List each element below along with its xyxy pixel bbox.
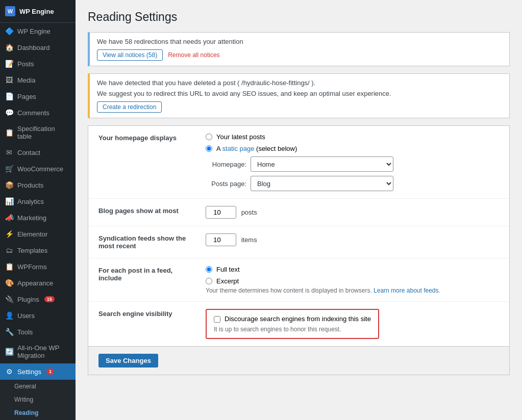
products-icon: 📦 (5, 181, 13, 189)
search-engine-checkbox[interactable] (214, 316, 220, 323)
sidebar-item-settings[interactable]: ⚙Settings1 (0, 363, 76, 380)
sidebar-item-wp-engine[interactable]: 🔷WP Engine (0, 23, 76, 39)
sidebar-item-label-settings: Settings (17, 368, 41, 376)
settings-form: Your homepage displays Your latest posts (88, 125, 510, 375)
sidebar-item-label-marketing: Marketing (17, 214, 46, 222)
blog-pages-input[interactable] (206, 206, 236, 219)
syndication-feeds-cell: items (201, 226, 509, 258)
search-engine-highlight: Discourage search engines from indexing … (206, 309, 379, 339)
sidebar-item-users[interactable]: 👤Users (0, 307, 76, 324)
form-actions: Save Changes (88, 346, 509, 375)
submenu-label-writing: Writing (14, 396, 33, 403)
syndication-feeds-label: Syndication feeds show the most recent (88, 226, 201, 258)
badge-plugins: 15 (44, 296, 55, 302)
sidebar-submenu-item-writing[interactable]: Writing (0, 393, 76, 406)
full-text-label[interactable]: Full text (216, 266, 240, 273)
appearance-icon: 🎨 (5, 279, 13, 287)
sidebar-item-all-in-one[interactable]: 🔄All-in-One WP Migration (0, 340, 76, 363)
search-engine-hint: It is up to search engines to honor this… (214, 326, 371, 333)
sidebar-nav: 🔷WP Engine🏠Dashboard📝Posts🖼Media📄Pages💬C… (0, 23, 76, 420)
search-engine-row: Search engine visibility Discourage sear… (88, 302, 509, 347)
specification-table-icon: 📋 (5, 128, 13, 137)
wpforms-icon: 📋 (5, 262, 13, 271)
search-engine-checkbox-row: Discourage search engines from indexing … (214, 315, 371, 323)
notice-redirections-actions: View all notices (58) Remove all notices (97, 49, 502, 61)
sidebar-item-comments[interactable]: 💬Comments (0, 104, 76, 121)
feed-include-hint: Your theme determines how content is dis… (206, 287, 504, 294)
full-text-radio[interactable] (206, 266, 212, 273)
save-changes-button[interactable]: Save Changes (98, 354, 158, 368)
static-page-label[interactable]: A static page (select below) (216, 145, 297, 152)
sidebar: W WP Engine 🔷WP Engine🏠Dashboard📝Posts🖼M… (0, 0, 76, 420)
form-table: Your homepage displays Your latest posts (88, 126, 509, 346)
sidebar-item-wpforms[interactable]: 📋WPForms (0, 258, 76, 275)
comments-icon: 💬 (5, 109, 13, 117)
notice-redirections: We have 58 redirections that needs your … (88, 32, 510, 66)
woocommerce-icon: 🛒 (5, 165, 13, 173)
latest-posts-option: Your latest posts (206, 133, 504, 141)
create-redirection-button[interactable]: Create a redirection (97, 101, 162, 113)
search-engine-label: Search engine visibility (88, 302, 201, 347)
wp-engine-icon: W (5, 6, 15, 16)
marketing-icon: 📣 (5, 214, 13, 222)
sidebar-item-dashboard[interactable]: 🏠Dashboard (0, 39, 76, 56)
sidebar-item-appearance[interactable]: 🎨Appearance (0, 275, 76, 291)
posts-icon: 📝 (5, 60, 13, 68)
excerpt-option: Excerpt (206, 277, 504, 285)
sidebar-item-pages[interactable]: 📄Pages (0, 88, 76, 104)
remove-notices-link[interactable]: Remove all notices (168, 51, 219, 59)
sidebar-item-analytics[interactable]: 📊Analytics (0, 193, 76, 209)
latest-posts-label[interactable]: Your latest posts (216, 133, 265, 141)
notice-deleted-post-actions: Create a redirection (97, 101, 502, 113)
sidebar-item-woocommerce[interactable]: 🛒WooCommerce (0, 161, 76, 177)
feed-include-cell: Full text Excerpt Your theme determines … (201, 258, 509, 302)
sidebar-item-products[interactable]: 📦Products (0, 177, 76, 193)
sidebar-item-specification-table[interactable]: 📋Specification table (0, 121, 76, 144)
sidebar-item-label-posts: Posts (17, 60, 34, 68)
sidebar-item-media[interactable]: 🖼Media (0, 72, 76, 88)
sidebar-item-label-tools: Tools (17, 328, 33, 336)
sidebar-submenu-item-reading[interactable]: Reading (0, 406, 76, 419)
sidebar-item-label-appearance: Appearance (17, 279, 53, 287)
submenu-label-general: General (14, 383, 36, 390)
homepage-select-label: Homepage: (206, 161, 246, 168)
templates-icon: 🗂 (5, 246, 13, 254)
static-page-radio[interactable] (206, 145, 212, 152)
homepage-displays-cell: Your latest posts A static page (select … (201, 126, 509, 199)
posts-page-select[interactable]: Blog Home About Contact (251, 176, 393, 191)
settings-icon: ⚙ (5, 368, 13, 376)
homepage-displays-options: Your latest posts A static page (select … (206, 133, 504, 152)
sidebar-item-label-users: Users (17, 312, 35, 320)
learn-more-feeds-link[interactable]: Learn more about feeds. (374, 287, 440, 294)
notice-deleted-post-line2: We suggest you to redirect this URL to a… (97, 90, 502, 97)
search-engine-checkbox-label[interactable]: Discourage search engines from indexing … (225, 315, 371, 323)
sidebar-item-tools[interactable]: 🔧Tools (0, 324, 76, 340)
sidebar-item-templates[interactable]: 🗂Templates (0, 242, 76, 258)
wp-engine-icon: 🔷 (5, 27, 13, 35)
settings-submenu: GeneralWritingReadingDiscussion (0, 380, 76, 420)
sidebar-item-contact[interactable]: ✉Contact (0, 144, 76, 161)
sidebar-item-marketing[interactable]: 📣Marketing (0, 209, 76, 226)
posts-page-select-row: Posts page: Blog Home About Contact (206, 176, 504, 191)
excerpt-label[interactable]: Excerpt (216, 277, 239, 285)
posts-page-select-label: Posts page: (206, 180, 246, 188)
sidebar-item-plugins[interactable]: 🔌Plugins15 (0, 291, 76, 307)
sidebar-item-label-analytics: Analytics (17, 198, 44, 205)
sidebar-item-posts[interactable]: 📝Posts (0, 56, 76, 72)
tools-icon: 🔧 (5, 328, 13, 336)
sidebar-submenu-item-general[interactable]: General (0, 380, 76, 393)
blog-pages-suffix: posts (241, 208, 257, 216)
search-engine-cell: Discourage search engines from indexing … (201, 302, 509, 347)
excerpt-radio[interactable] (206, 278, 212, 284)
static-page-link[interactable]: static page (222, 145, 255, 152)
notice-deleted-post-line1: We have detected that you have deleted a… (97, 79, 502, 87)
feed-include-label: For each post in a feed, include (88, 258, 201, 302)
feed-include-row: For each post in a feed, include Full te… (88, 258, 509, 302)
sidebar-item-elementor[interactable]: ⚡Elementor (0, 226, 76, 242)
syndication-feeds-input[interactable] (206, 233, 236, 246)
sidebar-logo[interactable]: W WP Engine (0, 0, 76, 23)
sidebar-item-label-plugins: Plugins (17, 296, 39, 303)
latest-posts-radio[interactable] (206, 134, 212, 140)
homepage-select[interactable]: Home Blog About Contact (251, 156, 393, 172)
view-notices-button[interactable]: View all notices (58) (97, 49, 163, 61)
